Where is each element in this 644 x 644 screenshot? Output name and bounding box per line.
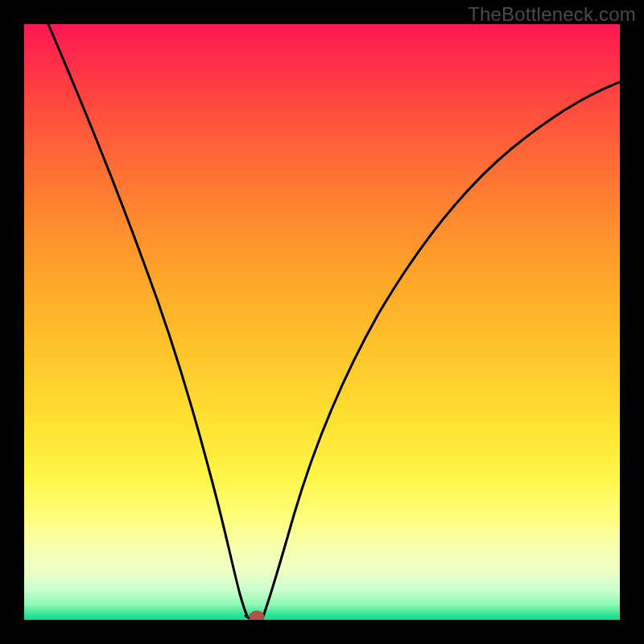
- curve-right-arm: [262, 82, 620, 618]
- chart-frame: TheBottleneck.com: [0, 0, 644, 644]
- touch-point-dot: [250, 611, 264, 620]
- plot-area: [24, 24, 620, 620]
- curve-svg: [24, 24, 620, 620]
- watermark-text: TheBottleneck.com: [468, 3, 636, 26]
- curve-left-arm: [48, 24, 247, 616]
